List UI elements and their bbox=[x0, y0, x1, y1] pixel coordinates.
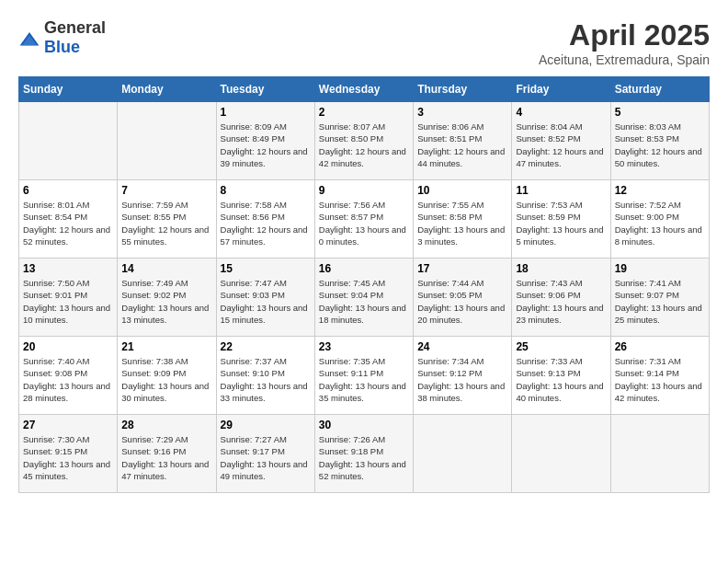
day-info: Sunrise: 7:35 AM Sunset: 9:11 PM Dayligh… bbox=[319, 355, 409, 404]
calendar-cell bbox=[610, 415, 709, 493]
logo-general: General bbox=[44, 18, 106, 38]
weekday-header: Monday bbox=[118, 77, 216, 102]
day-info: Sunrise: 7:27 AM Sunset: 9:17 PM Dayligh… bbox=[221, 433, 311, 482]
calendar-cell: 30Sunrise: 7:26 AM Sunset: 9:18 PM Dayli… bbox=[314, 415, 413, 493]
calendar-cell: 13Sunrise: 7:50 AM Sunset: 9:01 PM Dayli… bbox=[19, 259, 118, 337]
day-number: 10 bbox=[417, 184, 507, 197]
calendar-cell: 12Sunrise: 7:52 AM Sunset: 9:00 PM Dayli… bbox=[610, 180, 709, 259]
day-number: 28 bbox=[121, 419, 211, 431]
weekday-header: Sunday bbox=[19, 77, 118, 102]
day-info: Sunrise: 7:47 AM Sunset: 9:03 PM Dayligh… bbox=[221, 277, 311, 326]
day-number: 24 bbox=[417, 340, 507, 353]
day-info: Sunrise: 8:01 AM Sunset: 8:54 PM Dayligh… bbox=[23, 199, 113, 247]
day-number: 19 bbox=[615, 262, 705, 275]
calendar-cell: 15Sunrise: 7:47 AM Sunset: 9:03 PM Dayli… bbox=[216, 259, 314, 337]
day-info: Sunrise: 7:40 AM Sunset: 9:08 PM Dayligh… bbox=[23, 355, 113, 404]
weekday-header: Tuesday bbox=[216, 77, 314, 102]
day-number: 20 bbox=[23, 340, 113, 353]
location: Aceituna, Extremadura, Spain bbox=[539, 52, 710, 67]
day-number: 1 bbox=[221, 106, 311, 119]
calendar-cell: 5Sunrise: 8:03 AM Sunset: 8:53 PM Daylig… bbox=[610, 102, 709, 180]
calendar-cell: 17Sunrise: 7:44 AM Sunset: 9:05 PM Dayli… bbox=[414, 259, 512, 337]
day-number: 14 bbox=[121, 262, 211, 275]
calendar-cell: 20Sunrise: 7:40 AM Sunset: 9:08 PM Dayli… bbox=[19, 337, 118, 415]
day-info: Sunrise: 7:52 AM Sunset: 9:00 PM Dayligh… bbox=[615, 199, 705, 247]
day-number: 12 bbox=[615, 184, 705, 197]
weekday-header: Saturday bbox=[610, 77, 709, 102]
calendar-cell: 10Sunrise: 7:55 AM Sunset: 8:58 PM Dayli… bbox=[414, 180, 512, 259]
day-info: Sunrise: 7:30 AM Sunset: 9:15 PM Dayligh… bbox=[23, 433, 113, 482]
calendar-cell: 2Sunrise: 8:07 AM Sunset: 8:50 PM Daylig… bbox=[314, 102, 413, 180]
month-title: April 2025 bbox=[539, 18, 710, 52]
day-info: Sunrise: 7:59 AM Sunset: 8:55 PM Dayligh… bbox=[121, 199, 211, 247]
day-info: Sunrise: 7:58 AM Sunset: 8:56 PM Dayligh… bbox=[221, 199, 311, 247]
page-header: General Blue April 2025 Aceituna, Extrem… bbox=[18, 18, 710, 67]
day-number: 7 bbox=[121, 184, 211, 197]
calendar-cell: 22Sunrise: 7:37 AM Sunset: 9:10 PM Dayli… bbox=[216, 337, 314, 415]
day-number: 2 bbox=[319, 106, 409, 119]
calendar-cell: 8Sunrise: 7:58 AM Sunset: 8:56 PM Daylig… bbox=[216, 180, 314, 259]
logo-blue: Blue bbox=[44, 38, 106, 57]
calendar-cell: 11Sunrise: 7:53 AM Sunset: 8:59 PM Dayli… bbox=[512, 180, 610, 259]
calendar-cell: 18Sunrise: 7:43 AM Sunset: 9:06 PM Dayli… bbox=[512, 259, 610, 337]
day-number: 30 bbox=[319, 419, 409, 431]
calendar-cell bbox=[19, 102, 118, 180]
day-info: Sunrise: 8:07 AM Sunset: 8:50 PM Dayligh… bbox=[319, 121, 409, 169]
day-number: 9 bbox=[319, 184, 409, 197]
logo-text: General Blue bbox=[44, 18, 106, 57]
title-area: April 2025 Aceituna, Extremadura, Spain bbox=[539, 18, 710, 67]
calendar-cell: 3Sunrise: 8:06 AM Sunset: 8:51 PM Daylig… bbox=[414, 102, 512, 180]
day-info: Sunrise: 7:44 AM Sunset: 9:05 PM Dayligh… bbox=[417, 277, 507, 326]
week-row: 1Sunrise: 8:09 AM Sunset: 8:49 PM Daylig… bbox=[19, 102, 710, 180]
day-info: Sunrise: 7:53 AM Sunset: 8:59 PM Dayligh… bbox=[516, 199, 606, 247]
day-info: Sunrise: 8:03 AM Sunset: 8:53 PM Dayligh… bbox=[615, 121, 705, 169]
calendar-cell: 14Sunrise: 7:49 AM Sunset: 9:02 PM Dayli… bbox=[118, 259, 216, 337]
logo-icon bbox=[18, 30, 40, 49]
day-info: Sunrise: 7:33 AM Sunset: 9:13 PM Dayligh… bbox=[516, 355, 606, 404]
day-info: Sunrise: 7:31 AM Sunset: 9:14 PM Dayligh… bbox=[615, 355, 705, 404]
day-info: Sunrise: 7:49 AM Sunset: 9:02 PM Dayligh… bbox=[121, 277, 211, 326]
day-number: 27 bbox=[23, 419, 113, 431]
day-info: Sunrise: 7:26 AM Sunset: 9:18 PM Dayligh… bbox=[319, 433, 409, 482]
day-info: Sunrise: 8:06 AM Sunset: 8:51 PM Dayligh… bbox=[417, 121, 507, 169]
day-info: Sunrise: 7:55 AM Sunset: 8:58 PM Dayligh… bbox=[417, 199, 507, 247]
calendar-cell: 6Sunrise: 8:01 AM Sunset: 8:54 PM Daylig… bbox=[19, 180, 118, 259]
calendar-body: 1Sunrise: 8:09 AM Sunset: 8:49 PM Daylig… bbox=[19, 102, 710, 493]
calendar-cell: 26Sunrise: 7:31 AM Sunset: 9:14 PM Dayli… bbox=[610, 337, 709, 415]
day-info: Sunrise: 7:43 AM Sunset: 9:06 PM Dayligh… bbox=[516, 277, 606, 326]
weekday-header: Thursday bbox=[414, 77, 512, 102]
day-number: 16 bbox=[319, 262, 409, 275]
logo: General Blue bbox=[18, 18, 106, 57]
calendar-cell: 21Sunrise: 7:38 AM Sunset: 9:09 PM Dayli… bbox=[118, 337, 216, 415]
calendar-cell: 19Sunrise: 7:41 AM Sunset: 9:07 PM Dayli… bbox=[610, 259, 709, 337]
calendar-cell: 1Sunrise: 8:09 AM Sunset: 8:49 PM Daylig… bbox=[216, 102, 314, 180]
day-number: 23 bbox=[319, 340, 409, 353]
day-number: 3 bbox=[417, 106, 507, 119]
day-number: 15 bbox=[221, 262, 311, 275]
day-number: 13 bbox=[23, 262, 113, 275]
day-number: 18 bbox=[516, 262, 606, 275]
day-number: 5 bbox=[615, 106, 705, 119]
week-row: 20Sunrise: 7:40 AM Sunset: 9:08 PM Dayli… bbox=[19, 337, 710, 415]
day-info: Sunrise: 7:41 AM Sunset: 9:07 PM Dayligh… bbox=[615, 277, 705, 326]
calendar-cell: 29Sunrise: 7:27 AM Sunset: 9:17 PM Dayli… bbox=[216, 415, 314, 493]
calendar-cell: 28Sunrise: 7:29 AM Sunset: 9:16 PM Dayli… bbox=[118, 415, 216, 493]
day-info: Sunrise: 7:29 AM Sunset: 9:16 PM Dayligh… bbox=[121, 433, 211, 482]
day-number: 6 bbox=[23, 184, 113, 197]
day-number: 11 bbox=[516, 184, 606, 197]
day-number: 8 bbox=[221, 184, 311, 197]
calendar-cell bbox=[118, 102, 216, 180]
day-number: 17 bbox=[417, 262, 507, 275]
calendar: SundayMondayTuesdayWednesdayThursdayFrid… bbox=[18, 76, 710, 493]
calendar-cell: 25Sunrise: 7:33 AM Sunset: 9:13 PM Dayli… bbox=[512, 337, 610, 415]
calendar-cell: 16Sunrise: 7:45 AM Sunset: 9:04 PM Dayli… bbox=[314, 259, 413, 337]
day-number: 29 bbox=[221, 419, 311, 431]
calendar-cell: 23Sunrise: 7:35 AM Sunset: 9:11 PM Dayli… bbox=[314, 337, 413, 415]
calendar-header: SundayMondayTuesdayWednesdayThursdayFrid… bbox=[19, 77, 710, 102]
day-info: Sunrise: 7:34 AM Sunset: 9:12 PM Dayligh… bbox=[417, 355, 507, 404]
day-number: 25 bbox=[516, 340, 606, 353]
weekday-header: Friday bbox=[512, 77, 610, 102]
day-info: Sunrise: 8:09 AM Sunset: 8:49 PM Dayligh… bbox=[221, 121, 311, 169]
day-info: Sunrise: 7:50 AM Sunset: 9:01 PM Dayligh… bbox=[23, 277, 113, 326]
day-number: 4 bbox=[516, 106, 606, 119]
